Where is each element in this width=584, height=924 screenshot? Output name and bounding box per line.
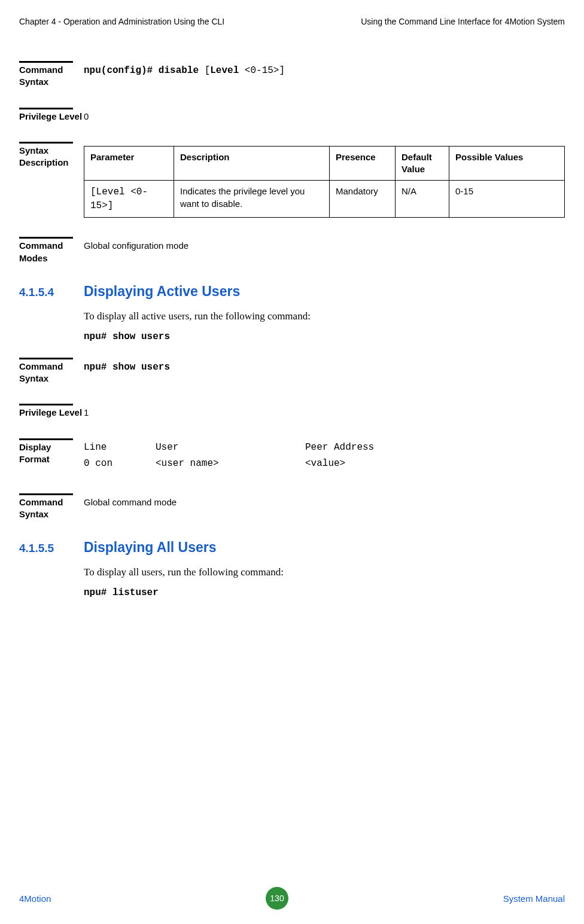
df-user-header: User [156, 441, 305, 455]
header-left: Chapter 4 - Operation and Administration… [19, 17, 224, 26]
heading-title: Displaying All Users [84, 539, 217, 556]
label-command-syntax: Command Syntax [19, 64, 84, 89]
command-syntax-value-2: npu# show users [84, 362, 170, 373]
divider [19, 108, 73, 109]
table-header-row: Parameter Description Presence Default V… [84, 146, 565, 181]
td-parameter: [Level <0-15>] [84, 181, 174, 218]
td-default: N/A [396, 181, 449, 218]
privilege-level-value-2: 1 [84, 407, 565, 419]
command-syntax-block-2: Command Syntax npu# show users [19, 358, 565, 385]
section-heading-2: 4.1.5.5 Displaying All Users [19, 539, 565, 556]
th-description: Description [174, 146, 330, 181]
syntax-description-block: Syntax Description Parameter Description… [19, 142, 565, 218]
cmd-part: <0-15>] [245, 65, 285, 76]
th-presence: Presence [330, 146, 396, 181]
td-presence: Mandatory [330, 181, 396, 218]
label-command-syntax: Command Syntax [19, 496, 84, 521]
divider [19, 438, 73, 440]
th-default-value: Default Value [396, 146, 449, 181]
display-format-data-row: 0 con<user name><value> [84, 458, 565, 471]
th-parameter: Parameter [84, 146, 174, 181]
privilege-level-block-2: Privilege Level 1 [19, 404, 565, 419]
df-line-value: 0 con [84, 458, 156, 471]
divider [19, 61, 73, 63]
command-modes-value: Global configuration mode [84, 240, 565, 252]
section-heading-1: 4.1.5.4 Displaying Active Users [19, 283, 565, 300]
section-command: npu# show users [84, 331, 170, 342]
label-command-syntax: Command Syntax [19, 361, 84, 385]
td-description: Indicates the privilege level you want t… [174, 181, 330, 218]
section-command: npu# listuser [84, 587, 159, 598]
heading-number: 4.1.5.4 [19, 286, 84, 299]
df-line-header: Line [84, 441, 156, 455]
header-right: Using the Command Line Interface for 4Mo… [361, 17, 565, 26]
cmd-part: npu(config)# disable [84, 65, 205, 76]
table-row: [Level <0-15>] Indicates the privilege l… [84, 181, 565, 218]
footer-right: System Manual [503, 893, 565, 904]
label-display-format: Display Format [19, 441, 84, 466]
heading-title: Displaying Active Users [84, 283, 240, 300]
command-modes-block: Command Modes Global configuration mode [19, 237, 565, 264]
df-peer-header: Peer Address [305, 441, 374, 455]
divider [19, 358, 73, 359]
page-footer: 4Motion 130 System Manual [19, 887, 565, 910]
df-user-value: <user name> [156, 458, 305, 471]
footer-left: 4Motion [19, 893, 51, 904]
label-privilege-level: Privilege Level [19, 407, 84, 419]
page-header: Chapter 4 - Operation and Administration… [19, 17, 565, 26]
df-peer-value: <value> [305, 458, 345, 471]
section-paragraph: To display all users, run the following … [84, 566, 565, 578]
command-syntax-value-3: Global command mode [84, 496, 565, 508]
td-possible: 0-15 [449, 181, 565, 218]
th-possible-values: Possible Values [449, 146, 565, 181]
command-syntax-value-1: npu(config)# disable [Level <0-15>] [84, 64, 565, 78]
display-format-block: Display Format LineUserPeer Address 0 co… [19, 438, 565, 474]
cmd-part: Level [210, 65, 245, 76]
label-syntax-description: Syntax Description [19, 145, 84, 169]
privilege-level-block-1: Privilege Level 0 [19, 108, 565, 123]
syntax-description-table: Parameter Description Presence Default V… [84, 146, 565, 218]
divider [19, 493, 73, 495]
heading-number: 4.1.5.5 [19, 542, 84, 555]
display-format-value: LineUserPeer Address 0 con<user name><va… [84, 441, 565, 474]
page-number-badge: 130 [266, 887, 288, 910]
privilege-level-value-1: 0 [84, 111, 565, 123]
cmd-part: [ [205, 65, 211, 76]
divider [19, 237, 73, 239]
divider [19, 142, 73, 144]
section-paragraph: To display all active users, run the fol… [84, 310, 565, 322]
label-command-modes: Command Modes [19, 240, 84, 264]
divider [19, 404, 73, 405]
label-privilege-level: Privilege Level [19, 111, 84, 123]
command-syntax-block-1: Command Syntax npu(config)# disable [Lev… [19, 61, 565, 89]
display-format-header-row: LineUserPeer Address [84, 441, 565, 455]
command-syntax-block-3: Command Syntax Global command mode [19, 493, 565, 521]
param-code: [Level <0-15>] [90, 187, 148, 211]
